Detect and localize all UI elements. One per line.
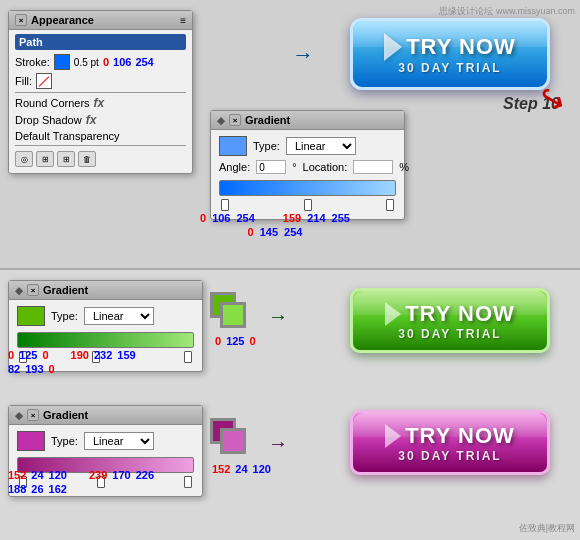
gradient-panel-purple-header-left: ◆ × Gradient — [15, 409, 88, 421]
purple-n5: 226 — [136, 469, 154, 481]
path-row: Path — [15, 34, 186, 50]
purple-n1: 24 — [31, 469, 43, 481]
appearance-title: Appearance — [31, 14, 94, 26]
purple-n8: 162 — [49, 483, 67, 495]
location-input[interactable] — [353, 160, 393, 174]
gradient-panel-green-header-left: ◆ × Gradient — [15, 284, 88, 296]
stroke-color-box[interactable] — [54, 54, 70, 70]
purple-color-icon-stack — [210, 418, 250, 458]
gradient-green-type-label: Type: — [51, 310, 78, 322]
arrow-to-blue-btn: → — [292, 42, 314, 68]
appearance-panel-body: Path Stroke: 0.5 pt 0 106 254 Fill: Roun… — [9, 30, 192, 173]
gradient-panel-header-left: ◆ × Gradient — [217, 114, 290, 126]
appearance-panel: × Appearance ≡ Path Stroke: 0.5 pt 0 106… — [8, 10, 193, 174]
icon-btn-1[interactable]: ◎ — [15, 151, 33, 167]
green-n4: 232 — [94, 349, 112, 361]
btn-shine-green — [353, 291, 547, 315]
green-n5: 159 — [117, 349, 135, 361]
gradient-green-close[interactable]: × — [27, 284, 39, 296]
pc-n1: 24 — [235, 463, 247, 475]
stop-left[interactable] — [221, 199, 229, 211]
green-n6: 82 — [8, 363, 20, 375]
stop-mid[interactable] — [304, 199, 312, 211]
gradient-green-type-select[interactable]: Linear — [84, 307, 154, 325]
purple-stop-right[interactable] — [184, 476, 192, 488]
bottom-icon-row: ◎ ⊞ ⊞ 🗑 — [15, 149, 186, 169]
blue-num-7: 145 — [260, 226, 278, 238]
panel-header-left: × Appearance — [15, 14, 94, 26]
green-nums-row2: 82 193 0 — [8, 363, 136, 375]
gradient-panel-purple-header: ◆ × Gradient — [9, 406, 202, 425]
gradient-green-type-row: Type: Linear — [17, 306, 194, 326]
purple-n3: 239 — [89, 469, 107, 481]
gradient-purple-preview — [17, 431, 45, 451]
angle-input[interactable] — [256, 160, 286, 174]
purple-n7: 26 — [31, 483, 43, 495]
gradient-green-icon: ◆ — [15, 285, 23, 296]
green-n7: 193 — [25, 363, 43, 375]
green-connector-row: 0 125 0 — [215, 335, 256, 347]
purple-n2: 120 — [49, 469, 67, 481]
round-corners-fx[interactable]: fx — [94, 96, 105, 110]
icon-btn-3[interactable]: ⊞ — [57, 151, 75, 167]
gradient-panel-body: Type: Linear Angle: ° Location: % — [211, 130, 404, 219]
round-corners-label: Round Corners — [15, 97, 90, 109]
purple-color-labels: 152 24 120 239 170 226 188 26 162 — [8, 465, 154, 495]
pc-n0: 152 — [212, 463, 230, 475]
green-stop-right[interactable] — [184, 351, 192, 363]
degree-symbol: ° — [292, 161, 296, 173]
gc-n2: 0 — [249, 335, 255, 347]
type-select[interactable]: Linear — [286, 137, 356, 155]
blue-num-8: 254 — [284, 226, 302, 238]
blue-num-4: 214 — [307, 212, 325, 224]
arrow-to-purple-btn: → — [268, 432, 288, 455]
menu-icon[interactable]: ≡ — [180, 15, 186, 26]
pc-n2: 120 — [253, 463, 271, 475]
stroke-num-2: 254 — [135, 56, 153, 68]
icon-btn-4[interactable]: 🗑 — [78, 151, 96, 167]
trial-text-blue: 30 DAY TRIAL — [398, 61, 501, 75]
green-color-icon-stack — [210, 292, 250, 332]
green-icon-stack-inner — [210, 292, 250, 332]
gradient-stops — [219, 197, 396, 211]
trial-text-purple: 30 DAY TRIAL — [398, 449, 501, 463]
green-n8: 0 — [49, 363, 55, 375]
close-icon[interactable]: × — [15, 14, 27, 26]
fill-color-box[interactable] — [36, 73, 52, 89]
gc-n1: 125 — [226, 335, 244, 347]
stroke-label: Stroke: — [15, 56, 50, 68]
watermark-bottom: 佐致典|教程网 — [519, 522, 575, 535]
gradient-purple-close[interactable]: × — [27, 409, 39, 421]
blue-num-5: 255 — [332, 212, 350, 224]
purple-n6: 188 — [8, 483, 26, 495]
green-nums-row1: 0 125 0 190 232 159 — [8, 349, 136, 361]
green-connector-nums: 0 125 0 — [215, 335, 256, 347]
try-button-green[interactable]: TRY NOW 30 DAY TRIAL — [350, 288, 550, 353]
blue-num-1: 106 — [212, 212, 230, 224]
gradient-bar-blue[interactable] — [219, 180, 396, 196]
gradient-title: Gradient — [245, 114, 290, 126]
chevron-white-icon — [384, 33, 402, 61]
appearance-panel-header: × Appearance ≡ — [9, 11, 192, 30]
gradient-close-icon[interactable]: × — [229, 114, 241, 126]
blue-num-2: 254 — [236, 212, 254, 224]
gradient-purple-type-select[interactable]: Linear — [84, 432, 154, 450]
round-corners-row: Round Corners fx — [15, 96, 186, 110]
blue-color-numbers: 0 106 254 159 214 255 0 145 254 — [200, 212, 350, 238]
stroke-num-1: 106 — [113, 56, 131, 68]
icon-btn-2[interactable]: ⊞ — [36, 151, 54, 167]
gradient-icon: ◆ — [217, 115, 225, 126]
purple-n4: 170 — [112, 469, 130, 481]
stop-right[interactable] — [386, 199, 394, 211]
drop-shadow-fx[interactable]: fx — [86, 113, 97, 127]
try-button-blue[interactable]: TRY NOW 30 DAY TRIAL — [350, 18, 550, 90]
try-button-purple[interactable]: TRY NOW 30 DAY TRIAL — [350, 410, 550, 475]
purple-connector-nums: 152 24 120 — [212, 463, 271, 475]
separator-2 — [15, 145, 186, 146]
trial-text-green: 30 DAY TRIAL — [398, 327, 501, 341]
type-row: Type: Linear — [219, 136, 396, 156]
blue-num-0: 0 — [200, 212, 206, 224]
purple-n0: 152 — [8, 469, 26, 481]
separator-1 — [15, 92, 186, 93]
bottom-section: ◆ × Gradient Type: Linear — [0, 270, 580, 540]
